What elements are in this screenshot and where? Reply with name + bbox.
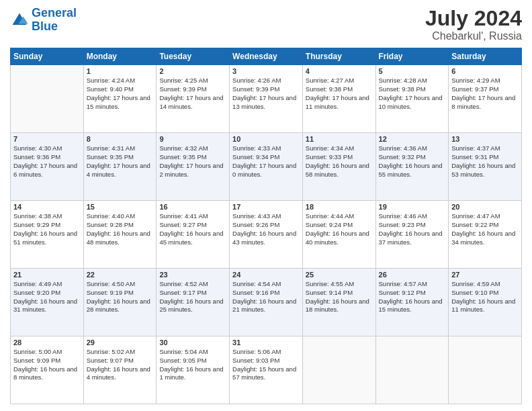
table-cell: 1Sunrise: 4:24 AMSunset: 9:40 PMDaylight… xyxy=(83,65,157,133)
table-cell: 7Sunrise: 4:30 AMSunset: 9:36 PMDaylight… xyxy=(11,133,84,201)
day-number: 23 xyxy=(159,271,226,279)
col-sunday: Sunday xyxy=(11,48,84,65)
week-row-5: 28Sunrise: 5:00 AMSunset: 9:09 PMDayligh… xyxy=(11,336,522,404)
day-number: 28 xyxy=(13,338,81,347)
day-number: 14 xyxy=(13,203,81,211)
page: General Blue July 2024 Chebarkul', Russi… xyxy=(0,0,532,411)
col-thursday: Thursday xyxy=(302,48,375,65)
day-number: 24 xyxy=(232,271,300,279)
table-cell: 11Sunrise: 4:34 AMSunset: 9:33 PMDayligh… xyxy=(302,133,375,201)
cell-info: Sunrise: 4:26 AMSunset: 9:39 PMDaylight:… xyxy=(232,77,300,111)
table-cell: 26Sunrise: 4:57 AMSunset: 9:12 PMDayligh… xyxy=(375,269,449,336)
table-cell xyxy=(11,65,84,133)
table-cell: 8Sunrise: 4:31 AMSunset: 9:35 PMDaylight… xyxy=(83,133,157,201)
logo: General Blue xyxy=(10,7,77,34)
day-number: 7 xyxy=(13,135,81,143)
cell-info: Sunrise: 4:34 AMSunset: 9:33 PMDaylight:… xyxy=(306,144,373,179)
header-row: Sunday Monday Tuesday Wednesday Thursday… xyxy=(11,48,522,65)
cell-info: Sunrise: 4:43 AMSunset: 9:26 PMDaylight:… xyxy=(232,212,300,246)
title-block: July 2024 Chebarkul', Russia xyxy=(425,7,522,42)
day-number: 19 xyxy=(379,203,446,211)
table-cell: 15Sunrise: 4:40 AMSunset: 9:28 PMDayligh… xyxy=(83,201,157,269)
table-cell: 24Sunrise: 4:54 AMSunset: 9:16 PMDayligh… xyxy=(230,269,303,336)
cell-info: Sunrise: 4:31 AMSunset: 9:35 PMDaylight:… xyxy=(87,144,154,179)
cell-info: Sunrise: 4:50 AMSunset: 9:19 PMDaylight:… xyxy=(87,280,154,314)
cell-info: Sunrise: 4:28 AMSunset: 9:38 PMDaylight:… xyxy=(379,77,446,111)
table-cell: 12Sunrise: 4:36 AMSunset: 9:32 PMDayligh… xyxy=(375,133,449,201)
cell-info: Sunrise: 5:02 AMSunset: 9:07 PMDaylight:… xyxy=(87,348,154,382)
cell-info: Sunrise: 4:57 AMSunset: 9:12 PMDaylight:… xyxy=(379,280,446,314)
day-number: 29 xyxy=(87,338,154,347)
cell-info: Sunrise: 4:40 AMSunset: 9:28 PMDaylight:… xyxy=(87,212,154,246)
day-number: 6 xyxy=(451,67,519,75)
calendar-table: Sunday Monday Tuesday Wednesday Thursday… xyxy=(10,48,522,404)
table-cell: 10Sunrise: 4:33 AMSunset: 9:34 PMDayligh… xyxy=(230,133,303,201)
day-number: 27 xyxy=(451,271,519,279)
cell-info: Sunrise: 4:37 AMSunset: 9:31 PMDaylight:… xyxy=(451,144,519,179)
col-friday: Friday xyxy=(375,48,449,65)
table-cell: 5Sunrise: 4:28 AMSunset: 9:38 PMDaylight… xyxy=(375,65,449,133)
cell-info: Sunrise: 4:54 AMSunset: 9:16 PMDaylight:… xyxy=(232,280,300,314)
table-cell: 25Sunrise: 4:55 AMSunset: 9:14 PMDayligh… xyxy=(302,269,375,336)
cell-info: Sunrise: 4:41 AMSunset: 9:27 PMDaylight:… xyxy=(159,212,226,246)
col-saturday: Saturday xyxy=(449,48,522,65)
day-number: 5 xyxy=(379,67,446,75)
col-wednesday: Wednesday xyxy=(230,48,303,65)
day-number: 17 xyxy=(232,203,300,211)
day-number: 1 xyxy=(87,67,154,75)
cell-info: Sunrise: 4:30 AMSunset: 9:36 PMDaylight:… xyxy=(13,144,81,179)
location-subtitle: Chebarkul', Russia xyxy=(425,30,522,42)
cell-info: Sunrise: 5:04 AMSunset: 9:05 PMDaylight:… xyxy=(159,348,226,382)
week-row-2: 7Sunrise: 4:30 AMSunset: 9:36 PMDaylight… xyxy=(11,133,522,201)
table-cell: 16Sunrise: 4:41 AMSunset: 9:27 PMDayligh… xyxy=(157,201,230,269)
day-number: 4 xyxy=(306,67,373,75)
logo-line1: General xyxy=(32,6,77,19)
table-cell: 20Sunrise: 4:47 AMSunset: 9:22 PMDayligh… xyxy=(449,201,522,269)
logo-text: General Blue xyxy=(32,7,77,34)
day-number: 12 xyxy=(379,135,446,143)
table-cell: 30Sunrise: 5:04 AMSunset: 9:05 PMDayligh… xyxy=(157,336,230,404)
day-number: 15 xyxy=(87,203,154,211)
cell-info: Sunrise: 4:29 AMSunset: 9:37 PMDaylight:… xyxy=(451,77,519,111)
table-cell: 17Sunrise: 4:43 AMSunset: 9:26 PMDayligh… xyxy=(230,201,303,269)
table-cell: 13Sunrise: 4:37 AMSunset: 9:31 PMDayligh… xyxy=(449,133,522,201)
table-cell: 28Sunrise: 5:00 AMSunset: 9:09 PMDayligh… xyxy=(11,336,84,404)
table-cell: 27Sunrise: 4:59 AMSunset: 9:10 PMDayligh… xyxy=(449,269,522,336)
day-number: 13 xyxy=(451,135,519,143)
cell-info: Sunrise: 4:44 AMSunset: 9:24 PMDaylight:… xyxy=(306,212,373,246)
day-number: 21 xyxy=(13,271,81,279)
day-number: 22 xyxy=(87,271,154,279)
table-cell: 21Sunrise: 4:49 AMSunset: 9:20 PMDayligh… xyxy=(11,269,84,336)
header: General Blue July 2024 Chebarkul', Russi… xyxy=(10,7,522,42)
table-cell xyxy=(375,336,449,404)
cell-info: Sunrise: 4:49 AMSunset: 9:20 PMDaylight:… xyxy=(13,280,81,314)
day-number: 25 xyxy=(306,271,373,279)
cell-info: Sunrise: 4:25 AMSunset: 9:39 PMDaylight:… xyxy=(159,77,226,111)
cell-info: Sunrise: 4:27 AMSunset: 9:38 PMDaylight:… xyxy=(306,77,373,111)
table-cell: 4Sunrise: 4:27 AMSunset: 9:38 PMDaylight… xyxy=(302,65,375,133)
cell-info: Sunrise: 4:52 AMSunset: 9:17 PMDaylight:… xyxy=(159,280,226,314)
table-cell: 31Sunrise: 5:06 AMSunset: 9:03 PMDayligh… xyxy=(230,336,303,404)
day-number: 30 xyxy=(159,338,226,347)
week-row-4: 21Sunrise: 4:49 AMSunset: 9:20 PMDayligh… xyxy=(11,269,522,336)
cell-info: Sunrise: 4:32 AMSunset: 9:35 PMDaylight:… xyxy=(159,144,226,179)
table-cell: 6Sunrise: 4:29 AMSunset: 9:37 PMDaylight… xyxy=(449,65,522,133)
table-cell: 23Sunrise: 4:52 AMSunset: 9:17 PMDayligh… xyxy=(157,269,230,336)
table-cell xyxy=(449,336,522,404)
table-cell: 19Sunrise: 4:46 AMSunset: 9:23 PMDayligh… xyxy=(375,201,449,269)
day-number: 8 xyxy=(87,135,154,143)
day-number: 31 xyxy=(232,338,300,347)
cell-info: Sunrise: 4:36 AMSunset: 9:32 PMDaylight:… xyxy=(379,144,446,179)
day-number: 11 xyxy=(306,135,373,143)
cell-info: Sunrise: 4:24 AMSunset: 9:40 PMDaylight:… xyxy=(87,77,154,111)
day-number: 10 xyxy=(232,135,300,143)
logo-line2: Blue xyxy=(32,19,58,33)
table-cell: 29Sunrise: 5:02 AMSunset: 9:07 PMDayligh… xyxy=(83,336,157,404)
table-cell: 2Sunrise: 4:25 AMSunset: 9:39 PMDaylight… xyxy=(157,65,230,133)
table-cell xyxy=(302,336,375,404)
day-number: 2 xyxy=(159,67,226,75)
month-title: July 2024 xyxy=(425,7,522,30)
week-row-3: 14Sunrise: 4:38 AMSunset: 9:29 PMDayligh… xyxy=(11,201,522,269)
day-number: 9 xyxy=(159,135,226,143)
table-cell: 22Sunrise: 4:50 AMSunset: 9:19 PMDayligh… xyxy=(83,269,157,336)
